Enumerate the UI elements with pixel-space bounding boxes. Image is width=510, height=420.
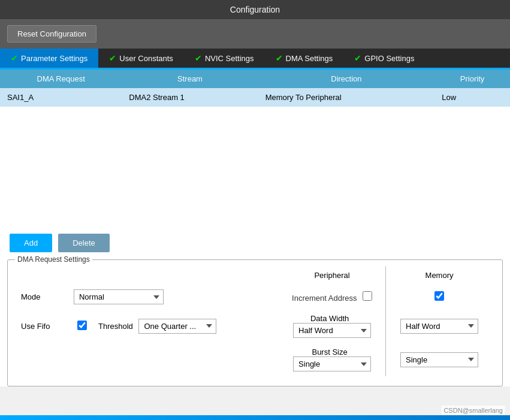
burst-size-label: Burst Size xyxy=(312,348,347,356)
use-fifo-checkbox[interactable] xyxy=(77,321,87,330)
peripheral-data-width-select[interactable]: Half Word xyxy=(293,323,371,338)
mode-select[interactable]: Normal xyxy=(74,289,164,304)
tab-check-icon-4: ✔ xyxy=(276,53,283,63)
tab-check-icon-2: ✔ xyxy=(109,53,116,63)
toolbar: Reset Configuration xyxy=(0,19,510,49)
burst-size-memory-cell: Single xyxy=(386,343,493,376)
tab-check-icon-5: ✔ xyxy=(354,53,361,63)
burst-row: Burst Size Single Single xyxy=(17,343,493,376)
settings-legend: DMA Request Settings xyxy=(15,255,92,264)
peripheral-burst-select[interactable]: Single xyxy=(293,356,371,371)
title-bar: Configuration xyxy=(0,0,510,19)
memory-header: Memory xyxy=(386,266,493,285)
tab-label-gpio: GPIO Settings xyxy=(364,54,414,63)
memory-data-width-select[interactable]: Half Word xyxy=(400,319,478,334)
memory-burst-select[interactable]: Single xyxy=(400,352,478,367)
tab-user-constants[interactable]: ✔ User Constants xyxy=(98,49,184,68)
tab-label-parameter: Parameter Settings xyxy=(21,54,87,63)
delete-button[interactable]: Delete xyxy=(58,234,110,252)
tab-nvic-settings[interactable]: ✔ NVIC Settings xyxy=(184,49,265,68)
burst-size-peripheral-cell: Burst Size Single xyxy=(279,343,385,376)
col-header-dma-request: DMA Request xyxy=(0,70,122,88)
tab-label-dma: DMA Settings xyxy=(286,54,333,63)
table-row[interactable]: SAI1_A DMA2 Stream 1 Memory To Periphera… xyxy=(0,88,510,107)
tab-gpio-settings[interactable]: ✔ GPIO Settings xyxy=(343,49,425,68)
use-fifo-label: Use Fifo xyxy=(17,309,70,343)
data-width-memory-cell: Half Word xyxy=(386,309,493,343)
peripheral-header: Peripheral xyxy=(279,266,385,285)
col-header-direction: Direction xyxy=(258,70,435,88)
tab-dma-settings[interactable]: ✔ DMA Settings xyxy=(265,49,344,68)
tab-check-icon-3: ✔ xyxy=(195,53,202,63)
bottom-bar xyxy=(0,415,510,420)
data-width-peripheral-cell: Data Width Half Word xyxy=(279,309,385,343)
cell-dma-request: SAI1_A xyxy=(0,88,122,107)
mode-row: Mode Normal Increment Address xyxy=(17,285,493,309)
tab-parameter-settings[interactable]: ✔ Parameter Settings xyxy=(0,49,98,68)
reset-config-button[interactable]: Reset Configuration xyxy=(7,25,96,43)
add-button[interactable]: Add xyxy=(10,234,52,252)
cell-direction: Memory To Peripheral xyxy=(258,88,435,107)
data-width-label: Data Width xyxy=(310,314,349,323)
peripheral-increment-checkbox[interactable] xyxy=(363,291,372,301)
action-buttons: Add Delete xyxy=(0,226,510,259)
mode-label: Mode xyxy=(17,285,70,309)
cell-stream: DMA2 Stream 1 xyxy=(122,88,258,107)
title-text: Configuration xyxy=(230,5,280,14)
tab-label-nvic: NVIC Settings xyxy=(205,54,254,63)
main-content: DMA Request Stream Direction Priority SA… xyxy=(0,70,510,386)
empty-space xyxy=(0,107,510,226)
tab-check-icon: ✔ xyxy=(11,53,18,63)
threshold-select[interactable]: One Quarter ... xyxy=(138,319,216,334)
tab-label-user: User Constants xyxy=(119,54,173,63)
col-header-stream: Stream xyxy=(122,70,258,88)
col-header-priority: Priority xyxy=(434,70,510,88)
cell-priority: Low xyxy=(434,88,510,107)
memory-increment-cell xyxy=(386,285,493,309)
watermark: CSDN@smallerlang xyxy=(441,406,505,415)
dma-request-table: DMA Request Stream Direction Priority SA… xyxy=(0,70,510,107)
peripheral-increment-cell: Increment Address xyxy=(279,285,385,309)
dma-request-settings: DMA Request Settings Peripheral Memory M… xyxy=(7,259,503,386)
fifo-row: Use Fifo Threshold One Quarter ... Data … xyxy=(17,309,493,343)
settings-table: Peripheral Memory Mode Normal Increment … xyxy=(17,266,493,376)
threshold-label: Threshold xyxy=(98,322,133,331)
tabs-bar: ✔ Parameter Settings ✔ User Constants ✔ … xyxy=(0,49,510,70)
increment-label: Increment Address xyxy=(292,294,357,303)
memory-increment-checkbox[interactable] xyxy=(434,291,444,301)
